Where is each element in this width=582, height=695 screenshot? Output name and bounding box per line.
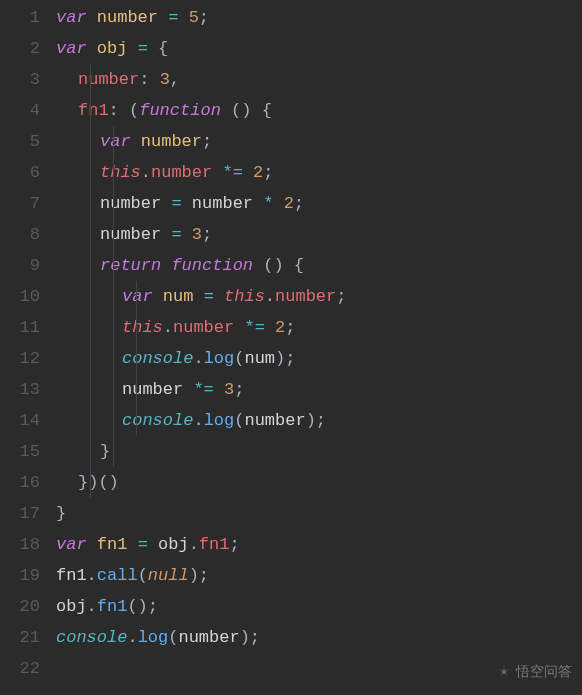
- token-def: fn1: [97, 535, 128, 554]
- token-op: =: [138, 39, 148, 58]
- token-id: [251, 101, 261, 120]
- token-punct: {: [294, 256, 304, 275]
- line-number: 6: [8, 157, 40, 188]
- token-kw: return: [100, 256, 161, 275]
- token-punct: }: [78, 473, 88, 492]
- token-kwfn: function: [139, 101, 221, 120]
- token-def: number: [97, 8, 158, 27]
- code-line[interactable]: number = 3;: [56, 219, 582, 250]
- token-id: obj: [148, 535, 189, 554]
- token-punct: ;: [199, 566, 209, 585]
- token-kw: var: [100, 132, 131, 151]
- indent-guide: [90, 126, 91, 157]
- code-line[interactable]: console.log(number);: [56, 405, 582, 436]
- token-this: this: [122, 318, 163, 337]
- code-line[interactable]: fn1.call(null);: [56, 560, 582, 591]
- code-line[interactable]: number: 3,: [56, 64, 582, 95]
- indent-guide: [113, 126, 114, 157]
- token-methodcall: log: [204, 349, 235, 368]
- code-line[interactable]: var fn1 = obj.fn1;: [56, 529, 582, 560]
- token-punct: ;: [285, 318, 295, 337]
- indent-guide: [113, 281, 114, 312]
- token-punct: .: [193, 411, 203, 430]
- indent-guide: [113, 436, 114, 467]
- token-punct: {: [158, 39, 168, 58]
- code-line[interactable]: this.number *= 2;: [56, 157, 582, 188]
- token-punct: ,: [170, 70, 180, 89]
- token-paren: (): [263, 256, 283, 275]
- indent-guide: [136, 343, 137, 374]
- code-line[interactable]: this.number *= 2;: [56, 312, 582, 343]
- token-id: [212, 163, 222, 182]
- indent-guide: [113, 219, 114, 250]
- token-id: [148, 39, 158, 58]
- token-id: number: [100, 194, 171, 213]
- code-line[interactable]: }: [56, 436, 582, 467]
- token-id: [158, 8, 168, 27]
- code-line[interactable]: console.log(num);: [56, 343, 582, 374]
- token-op: =: [171, 194, 181, 213]
- code-editor[interactable]: 12345678910111213141516171819202122 var …: [0, 0, 582, 695]
- token-punct: ;: [250, 628, 260, 647]
- token-prop: number: [173, 318, 234, 337]
- token-id: [87, 39, 97, 58]
- line-number: 9: [8, 250, 40, 281]
- token-punct: :: [139, 70, 159, 89]
- token-num: 3: [160, 70, 170, 89]
- token-id: number: [100, 225, 171, 244]
- code-line[interactable]: return function () {: [56, 250, 582, 281]
- code-line[interactable]: }: [56, 498, 582, 529]
- code-line[interactable]: })(): [56, 467, 582, 498]
- indent-guide: [113, 374, 114, 405]
- token-punct: .: [87, 597, 97, 616]
- token-num: 3: [224, 380, 234, 399]
- token-paren: (): [231, 101, 251, 120]
- token-id: obj: [56, 597, 87, 616]
- indent-guide: [136, 312, 137, 343]
- code-line[interactable]: var num = this.number;: [56, 281, 582, 312]
- token-this: this: [224, 287, 265, 306]
- code-line[interactable]: fn1: (function () {: [56, 95, 582, 126]
- token-punct: ;: [229, 535, 239, 554]
- indent-guide: [90, 312, 91, 343]
- code-line[interactable]: number *= 3;: [56, 374, 582, 405]
- token-consolekw: console: [122, 411, 193, 430]
- token-punct: .: [193, 349, 203, 368]
- line-number: 11: [8, 312, 40, 343]
- indent-guide: [90, 467, 91, 498]
- token-paren: (: [234, 411, 244, 430]
- token-id: [284, 256, 294, 275]
- token-op: *: [263, 194, 273, 213]
- line-number: 8: [8, 219, 40, 250]
- code-area[interactable]: var number = 5;var obj = {number: 3,fn1:…: [56, 0, 582, 695]
- token-punct: .: [127, 628, 137, 647]
- code-line[interactable]: var number;: [56, 126, 582, 157]
- code-line[interactable]: obj.fn1();: [56, 591, 582, 622]
- token-num: 2: [284, 194, 294, 213]
- token-punct: }: [100, 442, 110, 461]
- token-id: fn1: [56, 566, 87, 585]
- token-num: 5: [189, 8, 199, 27]
- token-op: =: [171, 225, 181, 244]
- token-id: [87, 8, 97, 27]
- indent-guide: [136, 281, 137, 312]
- line-number: 7: [8, 188, 40, 219]
- line-number: 12: [8, 343, 40, 374]
- token-consolekw: console: [56, 628, 127, 647]
- code-line[interactable]: var obj = {: [56, 33, 582, 64]
- code-line[interactable]: var number = 5;: [56, 2, 582, 33]
- token-paren: (): [127, 597, 147, 616]
- token-kw: var: [56, 8, 87, 27]
- token-def: num: [163, 287, 194, 306]
- token-id: [182, 225, 192, 244]
- token-paren: ): [240, 628, 250, 647]
- token-id: [214, 380, 224, 399]
- code-line[interactable]: console.log(number);: [56, 622, 582, 653]
- indent-guide: [90, 250, 91, 281]
- token-def: number: [141, 132, 202, 151]
- code-line[interactable]: number = number * 2;: [56, 188, 582, 219]
- token-punct: {: [262, 101, 272, 120]
- token-id: [253, 256, 263, 275]
- token-paren: ): [275, 349, 285, 368]
- token-def: obj: [97, 39, 128, 58]
